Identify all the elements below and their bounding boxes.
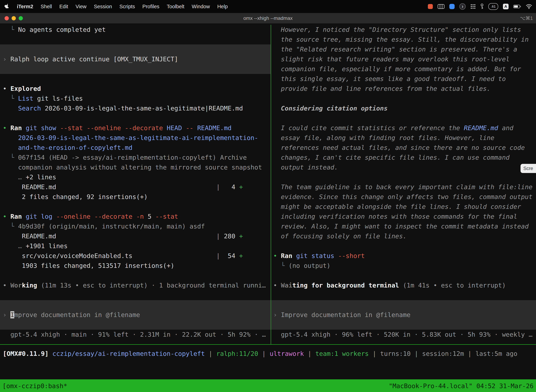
terminal-line: README.md | 4 + xyxy=(0,182,271,192)
terminal-line: 2 files changed, 92 insertions(+) xyxy=(0,192,271,202)
terminal-line xyxy=(0,202,271,212)
terminal-line: references need actual files, and since … xyxy=(271,143,536,153)
menu-item-scripts[interactable]: Scripts xyxy=(116,4,139,9)
terminal-line: the "Related research writing" section i… xyxy=(271,44,536,54)
terminal-line xyxy=(271,113,536,123)
terminal-line: changes, I can't cite specific file line… xyxy=(271,153,536,163)
input-source-icon[interactable]: A xyxy=(503,4,509,9)
menu-item-view[interactable]: View xyxy=(72,4,90,9)
terminal-line: gpt-5.4 xhigh · 96% left · 520K in · 5.8… xyxy=(271,330,536,340)
menu-item-window[interactable]: Window xyxy=(188,4,214,9)
terminal-line: • Working (11m 13s • esc to interrupt) ·… xyxy=(0,280,271,290)
apps-grid-icon[interactable] xyxy=(470,3,476,10)
menu-item-toolbelt[interactable]: Toolbelt xyxy=(163,4,188,9)
password-key-icon[interactable] xyxy=(480,3,483,10)
terminal-line: … +2 lines xyxy=(0,172,271,182)
apple-menu-icon[interactable] xyxy=(0,4,13,9)
terminal-line: • Ran git log --oneline --decorate -n 5 … xyxy=(0,212,271,221)
terminal-line: slight risk that future readers may over… xyxy=(271,54,536,64)
terminal-line: └ 4b9d30f (origin/main, instructkr/main,… xyxy=(0,221,271,231)
blue-app-icon[interactable] xyxy=(449,3,455,10)
window-titlebar: omx --xhigh --madmax ⌥⌘1 xyxy=(0,13,536,24)
terminal-line: the source tree, missing the essay. Stil… xyxy=(271,35,536,44)
window-title: omx --xhigh --madmax xyxy=(243,15,293,21)
agents-note: └ No agents completed yet xyxy=(0,25,271,44)
left-input-box[interactable]: › Improve documentation in @filename xyxy=(0,300,271,330)
pane-divider xyxy=(271,25,271,344)
terminal-line: • Ran git status --short xyxy=(271,251,536,261)
terminal-line: gpt-5.4 xhigh · main · 91% left · 2.31M … xyxy=(0,330,271,340)
terminal-line xyxy=(0,113,271,123)
terminal-line: • Waiting for background terminal (1m 41… xyxy=(271,280,536,290)
menu-bar: iTerm2ShellEditViewSessionScriptsProfile… xyxy=(0,0,536,13)
terminal-app-icon[interactable]: ❯ xyxy=(459,3,466,10)
terminal-line xyxy=(271,241,536,251)
left-status-line: gpt-5.4 xhigh · main · 91% left · 2.31M … xyxy=(0,330,271,340)
terminal-line: including verification notes with those … xyxy=(271,212,536,221)
terminal-line xyxy=(0,290,271,300)
wifi-icon[interactable] xyxy=(526,3,532,10)
ralph-loop-banner: › Ralph loop active continue [OMX_TMUX_I… xyxy=(0,44,271,74)
terminal-line: and-the-erosion-of-copyleft.md xyxy=(0,143,271,153)
menu-item-edit[interactable]: Edit xyxy=(56,4,72,9)
keyboard-grid-icon[interactable] xyxy=(438,3,445,10)
terminal-line: › Improve documentation in @filename xyxy=(0,310,271,320)
terminal-line: src/voice/voiceModeEnabled.ts | 54 + xyxy=(0,251,271,261)
battery-icon[interactable] xyxy=(513,3,521,10)
terminal-line: companion analysis without altering the … xyxy=(0,163,271,172)
menu-item-help[interactable]: Help xyxy=(214,4,231,9)
terminal-line: 1903 files changed, 513517 insertions(+) xyxy=(0,261,271,271)
menu-item-shell[interactable]: Shell xyxy=(37,4,56,9)
minimize-button[interactable] xyxy=(12,16,16,20)
tmux-host-time: "MacBook-Pro-44.local" 04:52 31-Mar-26 xyxy=(389,382,534,390)
terminal-line: README.md | 280 + xyxy=(0,231,271,241)
menu-item-session[interactable]: Session xyxy=(90,4,116,9)
screen-recording-indicator-icon[interactable] xyxy=(428,3,433,10)
screen-indicator-pill[interactable]: Scre xyxy=(521,164,536,173)
zoom-button[interactable] xyxy=(19,16,23,20)
terminal-line xyxy=(0,74,271,84)
terminal-line xyxy=(271,93,536,103)
terminal-line: The team guideline is to back every impo… xyxy=(271,182,536,192)
terminal-line: … +1901 lines xyxy=(0,241,271,251)
terminal-line xyxy=(0,35,271,44)
terminal-line: might be acceptable alongside the file l… xyxy=(271,202,536,212)
terminal-line: evidence. Since this change only affects… xyxy=(271,192,536,202)
terminal-line: essay file, along with finding root file… xyxy=(271,133,536,143)
terminal-line: 2026-03-09-is-legal-the-same-as-legitima… xyxy=(0,133,271,143)
menu-items: iTerm2ShellEditViewSessionScriptsProfile… xyxy=(13,4,231,9)
terminal-line: output instead. xyxy=(271,163,536,172)
terminal-line: companion file, especially if more comme… xyxy=(271,64,536,74)
terminal-line: I could cite commit statistics or refere… xyxy=(271,123,536,133)
pane-bottom-border xyxy=(0,344,536,345)
right-status-line: gpt-5.4 xhigh · 96% left · 520K in · 5.8… xyxy=(271,330,536,340)
terminal-line: [OMX#0.11.9] cczip/essay/ai-reimplementa… xyxy=(0,349,536,359)
terminal-line: review. Also, I might want to inspect th… xyxy=(271,221,536,231)
terminal-line: • Ran git show --stat --oneline --decora… xyxy=(0,123,271,133)
menu-item-profiles[interactable]: Profiles xyxy=(139,4,163,9)
terminal-line: However, I noticed the "Directory Struct… xyxy=(271,25,536,35)
left-transcript: • Explored └ List git ls-files Search 20… xyxy=(0,74,271,300)
close-button[interactable] xyxy=(5,16,9,20)
menu-item-iterm2[interactable]: iTerm2 xyxy=(13,4,37,9)
terminal-line: Search 2026-03-09-is-legal-the-same-as-l… xyxy=(0,103,271,113)
right-input-box[interactable]: › Improve documentation in @filename xyxy=(271,300,536,330)
terminal-line xyxy=(0,271,271,280)
terminal-line xyxy=(271,271,536,280)
gauge-indicator[interactable]: .61 xyxy=(488,3,498,10)
right-transcript: However, I noticed the "Directory Struct… xyxy=(271,25,536,300)
terminal-line: this single essay, it seems like a good … xyxy=(271,74,536,84)
terminal-line: of focusing solely on file lines. xyxy=(271,231,536,241)
terminal-line: Considering citation options xyxy=(271,103,536,113)
omx-status-bar: [OMX#0.11.9] cczip/essay/ai-reimplementa… xyxy=(0,349,536,359)
terminal-line xyxy=(271,290,536,300)
window-shortcut: ⌥⌘1 xyxy=(520,15,533,21)
terminal-area: └ No agents completed yet › Ralph loop a… xyxy=(0,24,536,379)
right-pane: However, I noticed the "Directory Struct… xyxy=(271,25,536,340)
traffic-lights xyxy=(5,13,23,23)
menu-status-icons: ❯ .61 A xyxy=(428,3,536,10)
left-pane: └ No agents completed yet › Ralph loop a… xyxy=(0,25,271,340)
terminal-line: • Explored xyxy=(0,84,271,93)
tmux-session-label: [omx-cczip0:bash* xyxy=(2,382,67,390)
terminal-line xyxy=(271,172,536,182)
